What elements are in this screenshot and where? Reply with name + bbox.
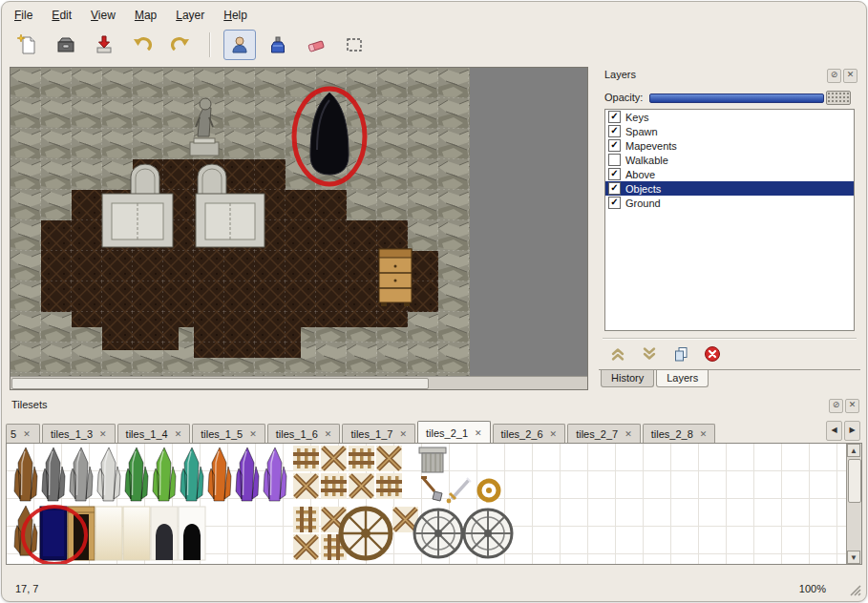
tab-close-icon[interactable]: ✕ <box>550 429 558 439</box>
layer-list: Keys Spawn Mapevents Walkable Above Obje… <box>604 109 855 331</box>
tileset-vertical-scrollbar[interactable]: ▲ ▼ <box>846 444 861 564</box>
scroll-up-icon[interactable]: ▲ <box>847 444 860 457</box>
menu-layer[interactable]: Layer <box>167 6 213 25</box>
tab-close-icon[interactable]: ✕ <box>325 429 332 439</box>
tileset-tab[interactable]: tiles_1_5 ✕ <box>192 424 265 443</box>
menu-edit[interactable]: Edit <box>43 6 80 25</box>
duplicate-icon <box>672 345 689 363</box>
move-layer-down-button[interactable] <box>640 344 659 364</box>
map-horizontal-scrollbar[interactable] <box>11 376 587 389</box>
tab-close-icon[interactable]: ✕ <box>175 429 182 439</box>
stamp-tool-button[interactable] <box>223 30 256 60</box>
tileset-vscroll-thumb[interactable] <box>848 459 861 503</box>
tab-close-icon[interactable]: ✕ <box>399 429 407 439</box>
layer-visibility-checkbox[interactable] <box>608 168 621 180</box>
wooden-wheel-tile[interactable] <box>341 509 391 558</box>
wagon-wheel-tile[interactable] <box>414 509 462 557</box>
tab-close-icon[interactable]: ✕ <box>23 429 31 439</box>
arch-tile-gray[interactable] <box>151 507 178 560</box>
float-panel-icon[interactable]: ⊘ <box>827 69 841 83</box>
tileset-tab[interactable]: tiles_2_7 ✕ <box>567 424 641 443</box>
menu-help[interactable]: Help <box>215 6 256 25</box>
opacity-slider-handle[interactable] <box>826 91 851 105</box>
layer-visibility-checkbox[interactable] <box>608 197 621 209</box>
tileset-tab[interactable]: tiles_1_6 ✕ <box>267 424 341 443</box>
float-panel-icon[interactable]: ⊘ <box>829 399 843 413</box>
save-icon <box>94 34 115 55</box>
redo-button[interactable] <box>164 30 197 60</box>
undo-button[interactable] <box>126 30 159 60</box>
duplicate-layer-button[interactable] <box>671 344 690 364</box>
tileset-tab[interactable]: tiles_2_8 ✕ <box>643 424 716 443</box>
menu-file[interactable]: File <box>6 6 41 25</box>
delete-layer-button[interactable] <box>703 344 722 364</box>
tab-scroll-right-button[interactable]: ▶ <box>844 421 860 441</box>
tileset-tab[interactable]: tiles_2_1 ✕ <box>417 421 491 444</box>
tab-close-icon[interactable]: ✕ <box>475 428 482 438</box>
tileset-tab-label: tiles_1_6 <box>276 428 318 440</box>
layer-row-mapevents[interactable]: Mapevents <box>605 138 854 153</box>
layer-visibility-checkbox[interactable] <box>608 111 621 123</box>
tab-scroll-left-button[interactable]: ◀ <box>826 421 842 441</box>
tab-close-icon[interactable]: ✕ <box>249 429 257 439</box>
zoom-level: 100% <box>799 583 826 594</box>
tab-history[interactable]: History <box>601 370 654 387</box>
map-viewport[interactable] <box>10 67 588 390</box>
fill-tool-button[interactable] <box>262 30 294 60</box>
new-file-button[interactable] <box>11 30 44 60</box>
pale-tile[interactable] <box>123 507 150 560</box>
tileset-tab[interactable]: tiles_2_6 ✕ <box>493 424 566 443</box>
layers-panel-title: Layers <box>604 69 636 80</box>
open-button[interactable] <box>50 30 82 60</box>
tileset-tab-label: tiles_1_5 <box>201 428 243 440</box>
eraser-tool-button[interactable] <box>300 30 332 60</box>
move-layer-up-button[interactable] <box>608 344 627 364</box>
layer-visibility-checkbox[interactable] <box>608 154 621 166</box>
tileset-tab[interactable]: 5 ✕ <box>6 424 40 443</box>
select-tool-button[interactable] <box>338 30 370 60</box>
tileset-tab[interactable]: tiles_1_7 ✕ <box>342 424 415 443</box>
tab-close-icon[interactable]: ✕ <box>625 429 632 439</box>
statusbar: 17, 7 100% <box>2 577 866 601</box>
tileset-content[interactable]: ▲ ▼ <box>6 443 862 565</box>
layer-row-keys[interactable]: Keys <box>605 110 854 124</box>
layer-name: Keys <box>625 112 648 123</box>
column-capital-tile[interactable] <box>419 447 446 472</box>
layer-visibility-checkbox[interactable] <box>608 125 621 137</box>
opacity-slider[interactable] <box>649 94 824 103</box>
tab-close-icon[interactable]: ✕ <box>700 429 708 439</box>
tileset-tab[interactable]: tiles_1_4 ✕ <box>117 424 191 443</box>
layer-visibility-checkbox[interactable] <box>608 182 621 195</box>
map-hscroll-thumb[interactable] <box>11 378 429 389</box>
panel-tab-strip: History Layers <box>599 369 860 387</box>
arch-tile-black[interactable] <box>179 507 205 560</box>
resize-grip[interactable] <box>849 584 862 597</box>
layer-row-objects[interactable]: Objects <box>605 181 854 196</box>
toolbar-separator <box>209 32 211 57</box>
layer-row-spawn[interactable]: Spawn <box>605 124 854 138</box>
layer-row-above[interactable]: Above <box>605 167 854 181</box>
tileset-canvas[interactable] <box>7 444 847 564</box>
layer-row-walkable[interactable]: Walkable <box>605 153 854 167</box>
map-canvas[interactable] <box>11 68 470 379</box>
close-panel-icon[interactable]: ✕ <box>845 399 859 413</box>
wagon-wheel-tile[interactable] <box>464 509 512 557</box>
tileset-tab-label: tiles_2_8 <box>651 428 693 440</box>
menu-map[interactable]: Map <box>126 6 165 25</box>
tileset-tab-label: tiles_2_7 <box>576 428 618 440</box>
tilesets-panel-title: Tilesets <box>11 399 48 410</box>
scroll-down-icon[interactable]: ▼ <box>847 551 860 564</box>
layer-visibility-checkbox[interactable] <box>608 139 621 152</box>
tileset-tab[interactable]: tiles_1_3 ✕ <box>42 424 116 443</box>
close-panel-icon[interactable]: ✕ <box>843 69 857 83</box>
layer-row-ground[interactable]: Ground <box>605 196 854 210</box>
tileset-tab-label: tiles_1_7 <box>350 428 392 440</box>
layer-name: Objects <box>625 183 661 195</box>
selected-tile[interactable] <box>40 507 67 560</box>
tileset-tab-label: tiles_2_1 <box>426 427 468 439</box>
save-button[interactable] <box>88 30 120 60</box>
menu-view[interactable]: View <box>82 6 124 25</box>
pale-tile[interactable] <box>95 507 122 560</box>
tab-layers[interactable]: Layers <box>656 370 709 387</box>
tab-close-icon[interactable]: ✕ <box>99 429 107 439</box>
